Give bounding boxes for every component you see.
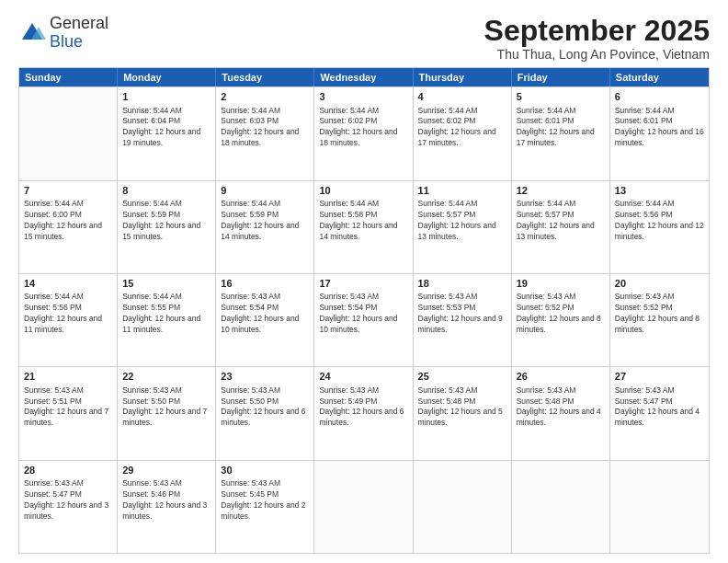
header-saturday: Saturday — [610, 68, 709, 86]
sunset-text: Sunset: 5:49 PM — [319, 396, 377, 406]
sunset-text: Sunset: 6:03 PM — [221, 116, 279, 125]
sunset-text: Sunset: 5:48 PM — [418, 396, 476, 406]
sunrise-text: Sunrise: 5:43 AM — [418, 385, 478, 395]
daylight-text: Daylight: 12 hours and 5 minutes. — [418, 407, 503, 427]
sunset-text: Sunset: 5:56 PM — [24, 303, 82, 312]
day-cell: 22Sunrise: 5:43 AMSunset: 5:50 PMDayligh… — [118, 367, 216, 459]
week-row-3: 14Sunrise: 5:44 AMSunset: 5:56 PMDayligh… — [19, 273, 709, 366]
day-number: 30 — [221, 464, 309, 477]
day-cell: 28Sunrise: 5:43 AMSunset: 5:47 PMDayligh… — [19, 461, 118, 553]
day-cell: 7Sunrise: 5:44 AMSunset: 6:00 PMDaylight… — [19, 181, 118, 273]
day-cell — [610, 461, 709, 553]
week-row-1: 1Sunrise: 5:44 AMSunset: 6:04 PMDaylight… — [19, 86, 709, 179]
daylight-text: Daylight: 12 hours and 2 minutes. — [221, 500, 305, 521]
sunset-text: Sunset: 6:04 PM — [122, 116, 180, 125]
daylight-text: Daylight: 12 hours and 8 minutes. — [517, 314, 601, 334]
day-cell — [19, 87, 118, 179]
day-cell: 16Sunrise: 5:43 AMSunset: 5:54 PMDayligh… — [216, 274, 314, 366]
day-number: 5 — [517, 90, 605, 104]
sunset-text: Sunset: 5:52 PM — [517, 303, 574, 312]
sunrise-text: Sunrise: 5:44 AM — [517, 199, 576, 208]
daylight-text: Daylight: 12 hours and 13 minutes. — [418, 221, 496, 241]
sunrise-text: Sunrise: 5:44 AM — [221, 106, 280, 115]
day-number: 24 — [319, 370, 407, 384]
calendar-body: 1Sunrise: 5:44 AMSunset: 6:04 PMDaylight… — [19, 86, 709, 553]
daylight-text: Daylight: 12 hours and 10 minutes. — [221, 314, 299, 334]
sunset-text: Sunset: 6:02 PM — [418, 116, 476, 125]
day-cell: 11Sunrise: 5:44 AMSunset: 5:57 PMDayligh… — [414, 181, 512, 273]
sunset-text: Sunset: 5:46 PM — [122, 489, 180, 499]
daylight-text: Daylight: 12 hours and 4 minutes. — [615, 407, 700, 427]
week-row-4: 21Sunrise: 5:43 AMSunset: 5:51 PMDayligh… — [19, 366, 709, 459]
day-number: 19 — [517, 277, 605, 291]
sunset-text: Sunset: 5:58 PM — [319, 210, 377, 219]
sunrise-text: Sunrise: 5:43 AM — [615, 292, 675, 301]
sunrise-text: Sunrise: 5:44 AM — [24, 292, 84, 301]
sunset-text: Sunset: 5:47 PM — [615, 396, 673, 406]
header-tuesday: Tuesday — [216, 68, 314, 86]
sunrise-text: Sunrise: 5:44 AM — [615, 199, 675, 208]
daylight-text: Daylight: 12 hours and 17 minutes. — [418, 127, 496, 147]
sunset-text: Sunset: 5:53 PM — [418, 303, 476, 312]
daylight-text: Daylight: 12 hours and 11 minutes. — [122, 314, 200, 334]
sunrise-text: Sunrise: 5:43 AM — [221, 478, 280, 488]
location-subtitle: Thu Thua, Long An Povince, Vietnam — [484, 47, 710, 62]
daylight-text: Daylight: 12 hours and 9 minutes. — [418, 314, 503, 334]
day-number: 21 — [24, 370, 112, 384]
sunset-text: Sunset: 5:45 PM — [221, 489, 279, 499]
sunset-text: Sunset: 6:01 PM — [615, 116, 673, 125]
sunrise-text: Sunrise: 5:43 AM — [319, 385, 379, 395]
day-number: 14 — [24, 277, 112, 291]
sunset-text: Sunset: 5:50 PM — [122, 396, 180, 406]
sunrise-text: Sunrise: 5:44 AM — [418, 106, 478, 115]
month-title: September 2025 — [484, 15, 710, 47]
sunset-text: Sunset: 5:56 PM — [615, 210, 673, 219]
daylight-text: Daylight: 12 hours and 3 minutes. — [122, 500, 207, 521]
header-thursday: Thursday — [414, 68, 512, 86]
day-number: 26 — [517, 370, 605, 384]
day-cell: 6Sunrise: 5:44 AMSunset: 6:01 PMDaylight… — [610, 87, 709, 179]
logo-general: General — [50, 15, 108, 33]
day-cell: 12Sunrise: 5:44 AMSunset: 5:57 PMDayligh… — [512, 181, 610, 273]
day-cell: 25Sunrise: 5:43 AMSunset: 5:48 PMDayligh… — [414, 367, 512, 459]
sunset-text: Sunset: 5:52 PM — [615, 303, 673, 312]
day-number: 8 — [122, 184, 210, 198]
daylight-text: Daylight: 12 hours and 15 minutes. — [122, 221, 200, 241]
sunrise-text: Sunrise: 5:43 AM — [319, 292, 379, 301]
sunrise-text: Sunrise: 5:44 AM — [517, 106, 576, 115]
daylight-text: Daylight: 12 hours and 6 minutes. — [221, 407, 305, 427]
week-row-2: 7Sunrise: 5:44 AMSunset: 6:00 PMDaylight… — [19, 180, 709, 273]
day-cell: 8Sunrise: 5:44 AMSunset: 5:59 PMDaylight… — [118, 181, 216, 273]
day-cell: 23Sunrise: 5:43 AMSunset: 5:50 PMDayligh… — [216, 367, 314, 459]
day-cell: 4Sunrise: 5:44 AMSunset: 6:02 PMDaylight… — [414, 87, 512, 179]
day-number: 28 — [24, 464, 112, 477]
daylight-text: Daylight: 12 hours and 19 minutes. — [122, 127, 200, 147]
sunset-text: Sunset: 6:02 PM — [319, 116, 377, 125]
day-cell: 27Sunrise: 5:43 AMSunset: 5:47 PMDayligh… — [610, 367, 709, 459]
daylight-text: Daylight: 12 hours and 17 minutes. — [517, 127, 595, 147]
day-number: 16 — [221, 277, 309, 291]
day-cell: 19Sunrise: 5:43 AMSunset: 5:52 PMDayligh… — [512, 274, 610, 366]
sunset-text: Sunset: 5:57 PM — [418, 210, 476, 219]
sunset-text: Sunset: 5:50 PM — [221, 396, 279, 406]
sunrise-text: Sunrise: 5:44 AM — [122, 106, 182, 115]
header-friday: Friday — [512, 68, 610, 86]
day-number: 23 — [221, 370, 309, 384]
day-number: 6 — [615, 90, 704, 104]
logo: General Blue — [18, 15, 108, 52]
day-cell: 14Sunrise: 5:44 AMSunset: 5:56 PMDayligh… — [19, 274, 118, 366]
header-monday: Monday — [118, 68, 216, 86]
sunrise-text: Sunrise: 5:43 AM — [517, 385, 576, 395]
day-number: 7 — [24, 184, 112, 198]
daylight-text: Daylight: 12 hours and 13 minutes. — [517, 221, 595, 241]
sunset-text: Sunset: 6:00 PM — [24, 210, 82, 219]
logo-text: General Blue — [50, 15, 108, 52]
sunset-text: Sunset: 5:59 PM — [221, 210, 279, 219]
logo-blue: Blue — [50, 33, 108, 52]
sunrise-text: Sunrise: 5:43 AM — [122, 478, 182, 488]
day-cell: 26Sunrise: 5:43 AMSunset: 5:48 PMDayligh… — [512, 367, 610, 459]
sunset-text: Sunset: 5:59 PM — [122, 210, 180, 219]
daylight-text: Daylight: 12 hours and 14 minutes. — [221, 221, 299, 241]
day-number: 2 — [221, 90, 309, 104]
sunset-text: Sunset: 5:57 PM — [517, 210, 574, 219]
